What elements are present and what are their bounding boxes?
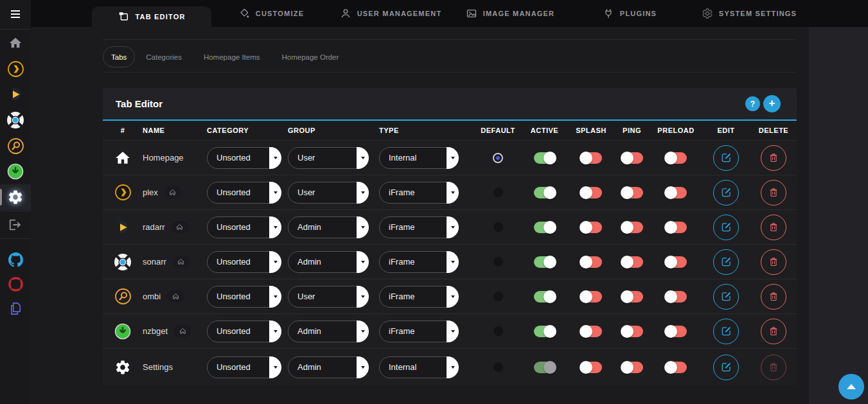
default-radio[interactable] bbox=[493, 362, 503, 372]
ping-toggle[interactable] bbox=[621, 291, 643, 303]
sidebar-item-radarr[interactable] bbox=[0, 82, 31, 107]
preload-toggle[interactable] bbox=[665, 362, 687, 373]
active-toggle[interactable] bbox=[534, 291, 556, 303]
active-toggle[interactable] bbox=[534, 362, 556, 373]
question-icon: ? bbox=[750, 100, 755, 109]
top-tab-customize[interactable]: CUSTOMIZE bbox=[211, 0, 331, 27]
preload-toggle[interactable] bbox=[665, 256, 687, 268]
type-select[interactable]: iFrame bbox=[379, 286, 459, 308]
delete-button[interactable] bbox=[761, 284, 786, 310]
group-select[interactable]: Admin bbox=[288, 321, 369, 342]
default-radio[interactable] bbox=[493, 292, 503, 301]
sub-tab-homepage-items[interactable]: Homepage Items bbox=[193, 53, 271, 61]
default-radio[interactable] bbox=[493, 188, 503, 197]
edit-button[interactable] bbox=[713, 284, 739, 310]
top-tab-plugins[interactable]: PLUGINS bbox=[570, 0, 689, 27]
default-radio[interactable] bbox=[493, 326, 503, 336]
top-tab-system-settings[interactable]: SYSTEM SETTINGS bbox=[689, 0, 809, 27]
top-tab-tab-editor[interactable]: TAB EDITOR bbox=[92, 6, 211, 27]
add-tab-button[interactable]: + bbox=[763, 95, 781, 112]
menu-toggle-button[interactable] bbox=[0, 0, 31, 28]
type-select[interactable]: Internal bbox=[379, 147, 459, 169]
group-select[interactable]: Admin bbox=[288, 251, 369, 273]
splash-toggle[interactable] bbox=[580, 187, 602, 198]
category-select[interactable]: Unsorted bbox=[207, 286, 281, 308]
sidebar-item-logout[interactable] bbox=[0, 212, 31, 238]
splash-toggle[interactable] bbox=[580, 152, 602, 164]
group-select[interactable]: User bbox=[288, 182, 369, 204]
delete-button[interactable] bbox=[761, 215, 786, 240]
group-select[interactable]: Admin bbox=[288, 216, 369, 238]
top-tab-user-management[interactable]: USER MANAGEMENT bbox=[331, 0, 450, 27]
preload-toggle[interactable] bbox=[665, 291, 687, 303]
chevron-down-icon bbox=[447, 286, 459, 308]
category-select[interactable]: Unsorted bbox=[207, 182, 281, 204]
sidebar-item-support[interactable] bbox=[0, 272, 31, 296]
delete-button[interactable] bbox=[761, 249, 786, 275]
ping-toggle[interactable] bbox=[621, 187, 643, 198]
splash-toggle[interactable] bbox=[580, 362, 602, 373]
sidebar-item-ombi[interactable] bbox=[0, 133, 31, 159]
edit-button[interactable] bbox=[713, 215, 739, 240]
sidebar-item-pages[interactable] bbox=[0, 296, 31, 321]
group-select[interactable]: User bbox=[288, 147, 369, 169]
preload-toggle[interactable] bbox=[665, 222, 687, 233]
sub-tab-categories[interactable]: Categories bbox=[135, 53, 193, 61]
help-button[interactable]: ? bbox=[745, 96, 760, 111]
sidebar-item-github[interactable] bbox=[0, 247, 31, 272]
sidebar-item-nzbget[interactable] bbox=[0, 159, 31, 184]
preload-toggle[interactable] bbox=[665, 187, 687, 198]
type-select[interactable]: Internal bbox=[379, 356, 459, 378]
group-select[interactable]: User bbox=[288, 286, 369, 308]
chevron-down-icon bbox=[357, 286, 369, 308]
active-toggle[interactable] bbox=[534, 222, 556, 233]
sidebar-item-sonarr[interactable] bbox=[0, 107, 31, 133]
splash-toggle[interactable] bbox=[580, 326, 602, 337]
active-toggle[interactable] bbox=[534, 256, 556, 268]
type-select[interactable]: iFrame bbox=[379, 251, 459, 273]
scroll-to-top-button[interactable] bbox=[838, 374, 864, 400]
splash-toggle[interactable] bbox=[580, 291, 602, 303]
active-toggle[interactable] bbox=[534, 152, 556, 164]
top-tab-image-manager[interactable]: IMAGE MANAGER bbox=[450, 0, 570, 27]
edit-button[interactable] bbox=[713, 180, 739, 206]
preload-toggle[interactable] bbox=[665, 152, 687, 164]
category-select[interactable]: Unsorted bbox=[207, 251, 281, 273]
type-select[interactable]: iFrame bbox=[379, 182, 459, 204]
splash-toggle[interactable] bbox=[580, 222, 602, 233]
ping-toggle[interactable] bbox=[621, 256, 643, 268]
ping-toggle[interactable] bbox=[621, 152, 643, 164]
preload-toggle[interactable] bbox=[665, 326, 687, 337]
sidebar-item-settings[interactable] bbox=[0, 184, 31, 210]
category-select[interactable]: Unsorted bbox=[207, 321, 281, 342]
default-radio[interactable] bbox=[493, 257, 503, 267]
edit-button[interactable] bbox=[713, 145, 739, 171]
category-select[interactable]: Unsorted bbox=[207, 356, 281, 378]
edit-button[interactable] bbox=[713, 355, 739, 380]
splash-toggle[interactable] bbox=[580, 256, 602, 268]
ping-toggle[interactable] bbox=[621, 362, 643, 373]
tab-name: nzbget bbox=[143, 326, 168, 336]
sub-tab-homepage-order[interactable]: Homepage Order bbox=[271, 53, 350, 61]
type-select[interactable]: iFrame bbox=[379, 216, 459, 238]
edit-button[interactable] bbox=[713, 319, 739, 344]
sub-tab-tabs[interactable]: Tabs bbox=[103, 46, 135, 67]
ping-toggle[interactable] bbox=[621, 222, 643, 233]
sidebar-item-plex[interactable] bbox=[0, 56, 31, 82]
category-select[interactable]: Unsorted bbox=[207, 216, 281, 238]
edit-button[interactable] bbox=[713, 249, 739, 275]
group-select[interactable]: Admin bbox=[288, 356, 369, 378]
sidebar-item-home[interactable] bbox=[0, 30, 31, 56]
chevron-down-icon bbox=[269, 321, 281, 342]
delete-button[interactable] bbox=[761, 355, 786, 380]
active-toggle[interactable] bbox=[534, 187, 556, 198]
delete-button[interactable] bbox=[761, 319, 786, 344]
category-select[interactable]: Unsorted bbox=[207, 147, 281, 169]
delete-button[interactable] bbox=[761, 145, 786, 171]
ping-toggle[interactable] bbox=[621, 326, 643, 337]
default-radio[interactable] bbox=[493, 222, 503, 232]
active-toggle[interactable] bbox=[534, 326, 556, 337]
type-select[interactable]: iFrame bbox=[379, 321, 459, 342]
delete-button[interactable] bbox=[761, 180, 786, 206]
default-radio[interactable] bbox=[493, 153, 503, 163]
